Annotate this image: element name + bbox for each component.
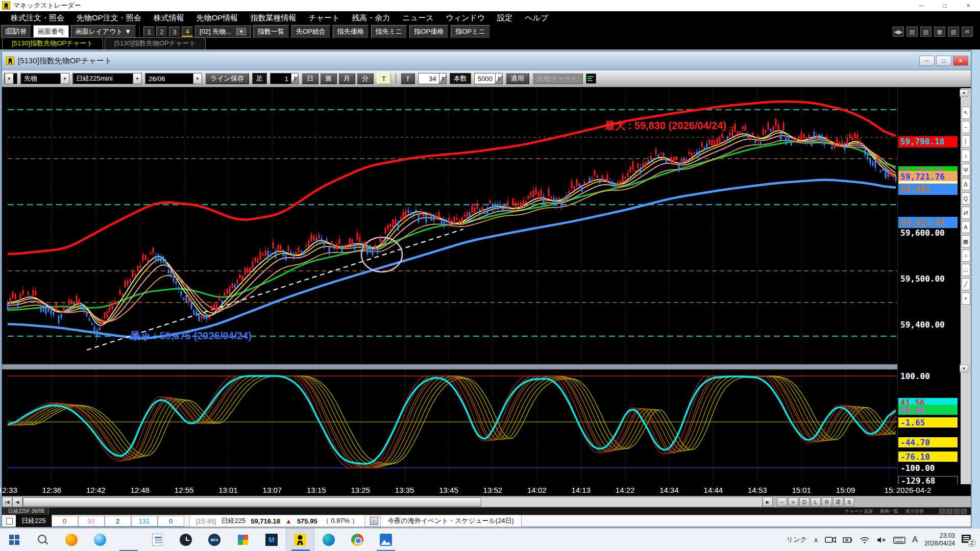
footer-icon[interactable]	[961, 509, 967, 514]
taskbar-app-mt4[interactable]: MT4	[200, 529, 229, 551]
swap-arrows-icon[interactable]: ⇄	[962, 207, 970, 219]
pattern-icon[interactable]: Δ	[962, 178, 970, 190]
toolbar-button[interactable]: 先OP総合	[291, 25, 330, 38]
category-dropdown[interactable]: 先物 ▼	[20, 73, 69, 84]
period-button[interactable]: 週	[320, 73, 337, 84]
news-ticker[interactable]: 今夜の海外イベント・スケジュール(24日)	[380, 515, 522, 527]
instrument-label[interactable]: 日経225	[16, 515, 52, 527]
candlestick-chart[interactable]: 最大 : 59,830 (2026/04/24)→最小 : 59,375 (20…	[2, 87, 971, 484]
menu-item[interactable]: 指数業種情報	[244, 12, 302, 24]
period-button[interactable]: 分	[357, 73, 374, 84]
nav-arrows-icon[interactable]: ◀▶	[893, 27, 904, 37]
tab-1[interactable]: [5130]指数先物OPチャート	[2, 37, 103, 49]
taskbar-app-photos[interactable]	[372, 529, 400, 551]
screen-layout-button[interactable]: 画面レイアウト ▼	[71, 25, 136, 38]
menu-item[interactable]: 残高・余力	[346, 12, 396, 24]
mute-speaker-icon[interactable]	[876, 536, 887, 544]
spinner-arrows-icon[interactable]: ▲▼	[291, 73, 298, 84]
scroll-mode-button[interactable]: X	[844, 497, 854, 507]
footer-icon[interactable]	[939, 509, 945, 514]
save-lines-button[interactable]: ライン保存	[205, 73, 249, 84]
spinner-arrows-icon[interactable]: ▲▼	[439, 73, 446, 84]
report-window-icon[interactable]: ▥	[920, 27, 932, 37]
footer-link[interactable]: 銘柄一覧	[880, 508, 898, 515]
preset-dropdown[interactable]: [02] 先物... ▼	[195, 26, 251, 38]
screen-4-button[interactable]: 4	[182, 27, 193, 37]
scrollbar-thumb[interactable]	[23, 497, 481, 507]
chart-plot-area[interactable]: 最大 : 59,830 (2026/04/24)→最小 : 59,375 (20…	[2, 87, 971, 484]
cursor-icon[interactable]: ↖	[962, 107, 970, 119]
taskbar-app-edge[interactable]	[314, 529, 343, 551]
menu-item[interactable]: ウィンドウ	[440, 12, 491, 24]
scroll-left-button[interactable]: ◀	[12, 497, 22, 507]
taskbar-app-thunderbird[interactable]	[86, 529, 114, 551]
mail-icon[interactable]: ✉	[962, 27, 973, 37]
screen-3-button[interactable]: 3	[169, 27, 180, 37]
trendline-icon[interactable]: ╱	[962, 278, 970, 290]
chart-close-button[interactable]: ×	[953, 56, 968, 66]
chart-window-icon[interactable]: ▧	[948, 27, 959, 37]
menu-item[interactable]: 株式注文・照会	[5, 12, 70, 24]
battery-icon[interactable]	[843, 536, 853, 543]
keyboard-icon[interactable]	[893, 536, 905, 544]
footer-icon[interactable]	[953, 509, 960, 514]
scroll-up-arrow[interactable]: ▼	[960, 89, 968, 97]
taskbar-app-explorer[interactable]	[114, 529, 143, 551]
menu-item[interactable]: ヘルプ	[519, 12, 554, 24]
taskbar-app-search[interactable]	[29, 529, 57, 551]
screen-number-box[interactable]: 画面番号	[33, 25, 69, 38]
taskbar-app-firefox[interactable]	[57, 529, 86, 551]
chart-subtab[interactable]: 日経225F 36/08	[4, 507, 49, 515]
minimize-button[interactable]: ─	[910, 0, 933, 11]
footer-link[interactable]: 表示切替	[905, 508, 924, 515]
tab-2[interactable]: [5130]指数先物OPチャート	[105, 37, 206, 49]
chart-window-titlebar[interactable]: [5130]指数先物OPチャート ─ □ ×	[2, 52, 971, 70]
alert-bell-icon[interactable]: ♪	[962, 149, 970, 162]
scrollbar-track[interactable]	[22, 497, 763, 507]
contract-month-dropdown[interactable]: 26/06 ▼	[145, 73, 202, 84]
link-label[interactable]: リンク	[787, 535, 807, 544]
menu-item[interactable]: チャート	[303, 12, 345, 24]
bars-count-stepper[interactable]: 5000 ▲▼	[474, 73, 503, 84]
toolbar-button[interactable]: 指OPミニ	[451, 25, 489, 38]
pitchfork-icon[interactable]: Ψ	[962, 164, 970, 176]
screen-1-button[interactable]: 1	[143, 27, 155, 37]
toolbar-button[interactable]: 指OP価格	[409, 25, 448, 38]
taskbar-app-office[interactable]	[229, 529, 257, 551]
layout-window-icon[interactable]: ▤	[906, 27, 918, 37]
tick-toggle-active[interactable]: T	[377, 73, 391, 84]
taskbar-app-monex[interactable]	[286, 529, 314, 551]
scroll-mode-button[interactable]: D	[799, 497, 810, 507]
spinner-arrows-icon[interactable]: ▲▼	[495, 73, 502, 84]
menu-item[interactable]: 先物OP情報	[191, 12, 244, 24]
scroll-mode-button[interactable]: 逆	[833, 497, 843, 507]
screen-switch-button[interactable]: 切替	[1, 25, 31, 38]
toolbar-button[interactable]: 指数一覧	[253, 25, 289, 38]
wifi-icon[interactable]	[860, 536, 870, 544]
menu-item[interactable]: ニュース	[397, 12, 439, 24]
close-button[interactable]: ×	[957, 0, 980, 11]
ellipse-icon[interactable]: ○	[962, 249, 970, 262]
notification-center[interactable]: 2	[962, 534, 975, 546]
memo-icon[interactable]: Q	[962, 192, 970, 205]
ime-mode-indicator[interactable]: A	[912, 535, 918, 544]
apply-button[interactable]: 適用	[506, 73, 529, 84]
chart-maximize-button[interactable]: □	[936, 56, 951, 66]
bar-interval-stepper[interactable]: 1 ▲▼	[270, 73, 299, 84]
footer-link[interactable]: チャート追加	[845, 508, 873, 515]
vertical-line-icon[interactable]: │	[962, 135, 970, 147]
mini-dropdown[interactable]: ▼	[4, 73, 17, 84]
scroll-mode-button[interactable]: R	[822, 497, 832, 507]
rect-icon[interactable]: □	[962, 264, 970, 276]
checkbox[interactable]	[6, 518, 13, 524]
scroll-mode-button[interactable]: −	[777, 497, 787, 507]
scroll-right-button[interactable]: ▶	[763, 497, 773, 507]
toolbar-button[interactable]: 指先ミニ	[371, 25, 407, 38]
menu-item[interactable]: 設定	[492, 12, 518, 24]
chart-style-icon[interactable]	[586, 73, 596, 84]
taskbar-clock[interactable]: 23:03 2026/04/24	[924, 532, 955, 547]
crosshair-icon[interactable]: −	[962, 121, 970, 133]
period-button[interactable]: 月	[338, 73, 355, 84]
scroll-left-button[interactable]: |◀	[2, 497, 12, 507]
news-up-icon[interactable]: ↑	[370, 517, 378, 525]
